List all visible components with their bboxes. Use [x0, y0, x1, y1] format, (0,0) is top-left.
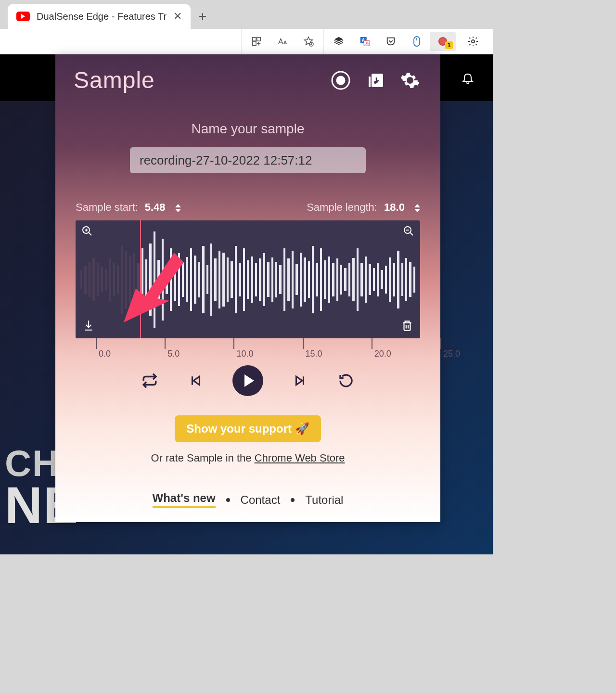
svg-marker-31 — [124, 253, 184, 322]
favorites-icon[interactable] — [295, 32, 321, 51]
svg-marker-33 — [193, 376, 200, 385]
svg-rect-2 — [253, 42, 256, 45]
contact-link[interactable]: Contact — [241, 493, 281, 507]
browser-tab-strip: DualSense Edge - Features Tra ✕ + — [0, 0, 493, 29]
sample-extension-popup: Sample Name your sample Sample start: 5.… — [55, 54, 440, 522]
download-icon[interactable] — [82, 319, 95, 334]
skip-back-button[interactable] — [186, 371, 205, 390]
separator-dot — [226, 498, 230, 502]
playback-controls — [55, 365, 440, 396]
play-button[interactable] — [232, 365, 263, 396]
annotation-arrow — [100, 245, 186, 322]
sample-name-input[interactable] — [130, 147, 366, 173]
svg-point-19 — [374, 81, 377, 84]
tab-title: DualSense Edge - Features Tra — [37, 11, 167, 22]
mouse-extension-icon[interactable] — [404, 32, 430, 51]
browser-tab[interactable]: DualSense Edge - Features Tra ✕ — [8, 4, 191, 29]
record-button[interactable] — [329, 68, 353, 92]
close-tab-icon[interactable]: ✕ — [173, 10, 182, 23]
new-tab-button[interactable]: + — [191, 4, 215, 29]
trash-icon[interactable] — [401, 319, 413, 334]
sample-start-label: Sample start: — [76, 201, 138, 213]
svg-point-16 — [337, 77, 345, 84]
svg-marker-35 — [296, 376, 303, 385]
sample-length-group: Sample length: 18.0 — [307, 201, 420, 214]
extensions-icon[interactable] — [244, 32, 270, 51]
zoom-out-icon[interactable] — [403, 225, 414, 239]
svg-rect-17 — [369, 77, 371, 87]
library-button[interactable] — [363, 68, 387, 92]
gear-icon[interactable] — [398, 68, 422, 92]
browser-toolbar: Aあ 1 — [0, 29, 493, 54]
sample-length-stepper[interactable] — [414, 204, 420, 212]
sample-start-value: 5.48 — [145, 201, 166, 213]
waveform-timeline: 0.05.010.015.020.025.0 — [96, 338, 400, 360]
whats-new-link[interactable]: What's new — [153, 491, 216, 508]
pocket-extension-icon[interactable] — [378, 32, 404, 51]
svg-text:あ: あ — [365, 41, 370, 46]
loop-button[interactable] — [140, 371, 159, 390]
svg-point-14 — [472, 40, 475, 43]
translate-extension-icon[interactable]: Aあ — [352, 32, 378, 51]
separator-dot — [291, 498, 295, 502]
svg-rect-18 — [372, 74, 383, 87]
skip-forward-button[interactable] — [290, 371, 309, 390]
svg-line-21 — [89, 232, 91, 235]
buffer-extension-icon[interactable] — [326, 32, 352, 51]
sample-length-label: Sample length: — [307, 201, 377, 213]
font-size-icon[interactable] — [270, 32, 295, 51]
rate-text: Or rate Sample in the Chrome Web Store — [55, 452, 440, 464]
popup-footer-links: What's new Contact Tutorial — [55, 491, 440, 508]
show-support-button[interactable]: Show your support 🚀 — [175, 415, 321, 442]
record-badge: 1 — [445, 41, 453, 49]
sample-length-value: 18.0 — [384, 201, 405, 213]
sample-start-group: Sample start: 5.48 — [76, 201, 181, 214]
sample-start-stepper[interactable] — [175, 204, 181, 212]
youtube-icon — [16, 12, 30, 21]
tutorial-link[interactable]: Tutorial — [305, 493, 343, 507]
zoom-in-icon[interactable] — [81, 225, 93, 239]
settings-icon[interactable] — [460, 32, 486, 51]
svg-line-25 — [410, 232, 413, 235]
name-your-sample-label: Name your sample — [55, 121, 440, 137]
notifications-bell-icon[interactable] — [461, 71, 475, 87]
restart-button[interactable] — [336, 371, 356, 390]
chrome-web-store-link[interactable]: Chrome Web Store — [255, 452, 345, 464]
svg-rect-0 — [253, 38, 256, 41]
sample-extension-icon[interactable]: 1 — [430, 32, 456, 51]
svg-rect-1 — [257, 38, 260, 41]
popup-title: Sample — [74, 67, 318, 93]
waveform-editor[interactable] — [76, 220, 420, 338]
